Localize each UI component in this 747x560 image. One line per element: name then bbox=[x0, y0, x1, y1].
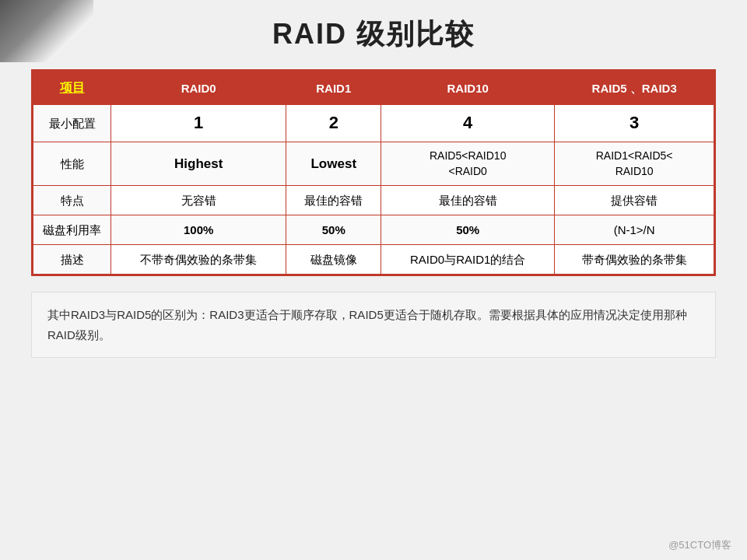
table-row: 性能 Highest Lowest RAID5<RAID10 <RAID0 RA… bbox=[33, 142, 714, 186]
cell-desc-raid1: 磁盘镜像 bbox=[286, 245, 381, 275]
cell-perf-raid0: Highest bbox=[111, 142, 286, 186]
table-row: 描述 不带奇偶效验的条带集 磁盘镜像 RAID0与RAID1的结合 带奇偶效验的… bbox=[33, 245, 714, 275]
cell-minconfig-raid1: 2 bbox=[286, 105, 381, 142]
row-label-desc: 描述 bbox=[33, 245, 111, 275]
cell-diskutil-raid53: (N-1>/N bbox=[555, 215, 714, 245]
col-header-raid0: RAID0 bbox=[111, 72, 286, 105]
cell-feature-raid10: 最佳的容错 bbox=[381, 186, 555, 215]
row-label-feature: 特点 bbox=[33, 186, 111, 215]
table-row: 特点 无容错 最佳的容错 最佳的容错 提供容错 bbox=[33, 186, 714, 215]
page-title: RAID 级别比较 bbox=[31, 16, 716, 54]
cell-desc-raid0: 不带奇偶效验的条带集 bbox=[111, 245, 286, 275]
cell-perf-raid1: Lowest bbox=[286, 142, 381, 186]
row-label-minconfig: 最小配置 bbox=[33, 105, 111, 142]
cell-desc-raid10: RAID0与RAID1的结合 bbox=[381, 245, 555, 275]
cell-feature-raid53: 提供容错 bbox=[555, 186, 714, 215]
cell-desc-raid53: 带奇偶效验的条带集 bbox=[555, 245, 714, 275]
cell-perf-raid53: RAID1<RAID5< RAID10 bbox=[555, 142, 714, 186]
raid-comparison-table: 项目 RAID0 RAID1 RAID10 RAID5 、RAID3 最小配置 … bbox=[33, 71, 714, 275]
watermark: @51CTO博客 bbox=[668, 538, 731, 552]
cell-minconfig-raid53: 3 bbox=[555, 105, 714, 142]
cell-diskutil-raid0: 100% bbox=[111, 215, 286, 245]
col-header-raid1: RAID1 bbox=[286, 72, 381, 105]
cell-minconfig-raid0: 1 bbox=[111, 105, 286, 142]
row-label-perf: 性能 bbox=[33, 142, 111, 186]
col-header-raid10: RAID10 bbox=[381, 72, 555, 105]
col-header-item: 项目 bbox=[33, 72, 111, 105]
table-header-row: 项目 RAID0 RAID1 RAID10 RAID5 、RAID3 bbox=[33, 72, 714, 105]
comparison-table-wrapper: 项目 RAID0 RAID1 RAID10 RAID5 、RAID3 最小配置 … bbox=[31, 69, 716, 276]
table-row: 磁盘利用率 100% 50% 50% (N-1>/N bbox=[33, 215, 714, 245]
cell-minconfig-raid10: 4 bbox=[381, 105, 555, 142]
cell-perf-raid10: RAID5<RAID10 <RAID0 bbox=[381, 142, 555, 186]
cell-feature-raid1: 最佳的容错 bbox=[286, 186, 381, 215]
note-box: 其中RAID3与RAID5的区别为：RAID3更适合于顺序存取，RAID5更适合… bbox=[31, 292, 716, 358]
note-text: 其中RAID3与RAID5的区别为：RAID3更适合于顺序存取，RAID5更适合… bbox=[47, 308, 687, 341]
table-row: 最小配置 1 2 4 3 bbox=[33, 105, 714, 142]
cell-feature-raid0: 无容错 bbox=[111, 186, 286, 215]
main-container: RAID 级别比较 项目 RAID0 RAID1 RAID10 RAID5 、R… bbox=[0, 0, 747, 373]
row-label-diskutil: 磁盘利用率 bbox=[33, 215, 111, 245]
cell-diskutil-raid10: 50% bbox=[381, 215, 555, 245]
cell-diskutil-raid1: 50% bbox=[286, 215, 381, 245]
col-header-raid53: RAID5 、RAID3 bbox=[555, 72, 714, 105]
